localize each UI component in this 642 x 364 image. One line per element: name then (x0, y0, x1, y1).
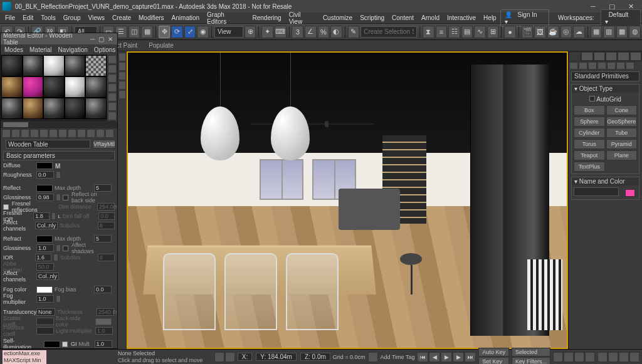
vp-btn[interactable] (118, 90, 126, 99)
show-in-vp-button[interactable] (77, 129, 86, 138)
plane-button[interactable]: Plane (606, 150, 638, 160)
reset-button[interactable] (30, 129, 39, 138)
menu-rendering[interactable]: Rendering (248, 13, 285, 23)
pan-view-button[interactable] (608, 352, 618, 362)
material-swatch[interactable] (23, 76, 44, 98)
torus-button[interactable]: Torus (574, 139, 605, 149)
sample-uv-button[interactable] (108, 83, 117, 92)
menu-arnold[interactable]: Arnold (418, 13, 443, 23)
material-swatch[interactable] (1, 55, 23, 76)
minimize-button[interactable]: ─ (584, 1, 602, 11)
render-button[interactable]: ☕ (547, 26, 559, 38)
display-tab[interactable] (618, 52, 629, 61)
pan-button[interactable] (553, 352, 563, 362)
systems-button[interactable] (626, 62, 634, 70)
cameras-button[interactable] (597, 62, 606, 70)
utilities-tab[interactable] (630, 52, 641, 61)
go-parent-button[interactable] (96, 129, 105, 138)
ribbon-populate[interactable]: Populate (145, 42, 177, 49)
material-id-button[interactable] (68, 129, 76, 138)
geometry-button[interactable] (569, 62, 578, 70)
spinner-snap-button[interactable]: ◐ (330, 26, 342, 38)
mat-min-button[interactable]: ─ (88, 36, 97, 43)
backlight-button[interactable] (108, 65, 117, 73)
x-coord[interactable]: X: (238, 353, 252, 361)
material-swatch[interactable] (23, 98, 44, 119)
object-color-swatch[interactable] (625, 189, 635, 197)
show-end-button[interactable] (87, 129, 95, 138)
get-material-button[interactable] (2, 129, 11, 138)
menu-scripting[interactable]: Scripting (356, 13, 388, 23)
options-button[interactable] (108, 112, 117, 120)
auto-key-button[interactable]: Auto Key (478, 348, 509, 356)
helpers-button[interactable] (607, 62, 616, 70)
video-check-button[interactable] (108, 93, 117, 101)
play-button[interactable]: ▶ (441, 352, 452, 362)
put-to-lib-button[interactable] (58, 129, 67, 138)
cone-button[interactable]: Cone (606, 105, 638, 115)
maxscript-listener[interactable]: MAXScript Min (3, 357, 46, 364)
sphere-button[interactable]: Sphere (574, 117, 605, 127)
edit-selection-button[interactable]: ✎ (348, 26, 360, 38)
mat-menu-options[interactable]: Options (92, 46, 118, 54)
autogrid-check[interactable] (589, 96, 595, 101)
material-swatch[interactable] (43, 98, 65, 119)
select-region-button[interactable]: ◫ (129, 26, 140, 38)
zoom-all-button[interactable] (574, 352, 584, 362)
pyramid-button[interactable]: Pyramid (606, 139, 638, 149)
set-key-button[interactable]: Set Key (478, 357, 509, 364)
vray-d-button[interactable]: ◍ (629, 26, 641, 38)
menu-content[interactable]: Content (388, 13, 418, 23)
fog-color-swatch[interactable] (36, 286, 53, 293)
selected-dropdown[interactable]: Selected (512, 348, 550, 356)
lights-button[interactable] (588, 62, 597, 70)
render-frame-button[interactable]: 🖼 (534, 26, 546, 38)
manipulate-button[interactable]: ✦ (261, 26, 273, 38)
workspaces-dropdown[interactable]: Default ▾ (601, 9, 641, 27)
ior-spinner[interactable]: 1.6 (35, 254, 52, 261)
placement-button[interactable]: ◉ (197, 26, 209, 38)
min-max-button[interactable] (629, 352, 639, 362)
vp-btn[interactable] (118, 53, 126, 61)
vray-b-button[interactable]: ▥ (603, 26, 615, 38)
menu-views[interactable]: Views (85, 13, 109, 23)
make-unique-button[interactable] (49, 129, 58, 138)
material-swatch[interactable] (65, 55, 86, 76)
menu-animation[interactable]: Animation (168, 13, 203, 23)
layers-button[interactable]: ☷ (448, 26, 460, 38)
category-dropdown[interactable]: Standard Primitives (571, 71, 639, 81)
iso-button[interactable] (225, 352, 235, 362)
assign-button[interactable] (21, 129, 29, 138)
put-to-scene-button[interactable] (11, 129, 20, 138)
box-button[interactable]: Box (574, 105, 605, 115)
material-swatch[interactable] (85, 98, 107, 119)
affect-dropdown[interactable]: Col..nly (35, 222, 58, 229)
vp-btn[interactable] (118, 71, 126, 80)
gi-check[interactable] (62, 341, 68, 347)
menu-create[interactable]: Create (108, 13, 135, 23)
mat-close-button[interactable]: ✕ (106, 36, 115, 43)
material-editor-button[interactable]: ● (504, 26, 516, 38)
mat-menu-material[interactable]: Material (27, 46, 55, 54)
vray-a-button[interactable]: ▦ (591, 26, 603, 38)
teapot-button[interactable]: Teapot (574, 150, 605, 160)
zoom-button[interactable] (564, 352, 574, 362)
pivot-button[interactable]: ⊕ (245, 26, 256, 38)
goto-start-button[interactable]: ⏮ (417, 352, 428, 362)
material-params[interactable]: Basic parameters DiffuseM Roughness0.0 R… (1, 150, 117, 348)
key-filters-button[interactable]: Key Filters... (512, 357, 550, 364)
reflect-swatch[interactable] (36, 185, 53, 192)
spinner-btn[interactable] (56, 171, 61, 179)
go-forward-button[interactable] (105, 129, 114, 138)
vray-c-button[interactable]: ▩ (616, 26, 628, 38)
window-crossing-button[interactable]: ▦ (141, 26, 153, 38)
menu-civil-view[interactable]: Civil View (285, 10, 319, 26)
mat-menu-modes[interactable]: Modes (2, 46, 26, 54)
menu-edit[interactable]: Edit (19, 13, 37, 23)
object-name-input[interactable] (574, 187, 619, 196)
diffuse-swatch[interactable] (36, 162, 53, 169)
motion-tab[interactable] (606, 52, 617, 61)
material-swatch[interactable] (65, 76, 86, 98)
time-button[interactable] (368, 352, 378, 362)
material-swatch[interactable] (23, 55, 44, 76)
